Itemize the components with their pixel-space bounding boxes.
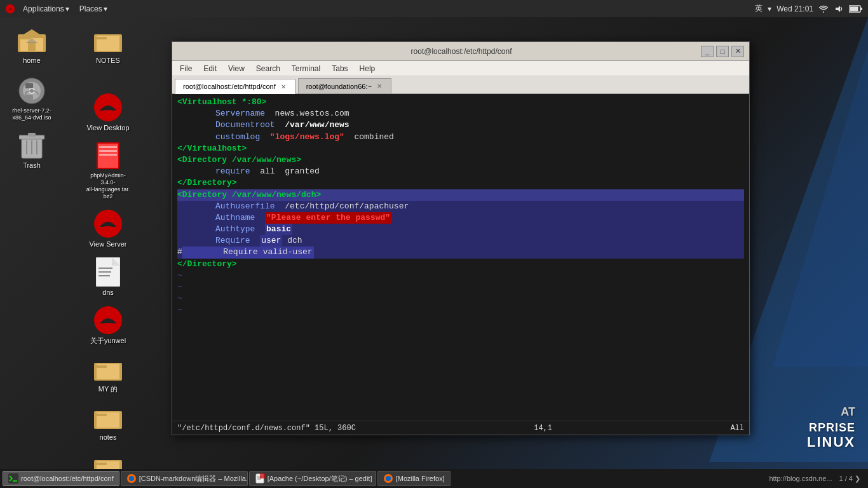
places-menu[interactable]: Places ▾ bbox=[76, 3, 111, 15]
desktop-icon-view-server[interactable]: View Server bbox=[83, 206, 133, 251]
language-indicator[interactable]: 英 bbox=[755, 3, 763, 14]
tab1-close[interactable]: ✕ bbox=[280, 83, 287, 90]
tilde-3: ~ bbox=[177, 293, 182, 304]
tilde-2: ~ bbox=[177, 281, 182, 293]
code-text-4b bbox=[260, 132, 270, 143]
code-text-2a: Servername bbox=[215, 108, 265, 119]
tilde-1: ~ bbox=[177, 270, 182, 281]
desktop-icons-col2: NOTES View Desktop bbox=[83, 22, 133, 488]
code-text-6: <Directory /var/www/news> bbox=[177, 154, 301, 166]
svg-rect-48 bbox=[94, 414, 107, 416]
code-text-14b: Require valid-user bbox=[182, 247, 314, 258]
notes-folder-label: NOTES bbox=[96, 57, 120, 65]
rhel-brand-linux: LINUX bbox=[807, 434, 855, 450]
close-button[interactable]: ✕ bbox=[731, 46, 744, 57]
svg-rect-10 bbox=[28, 42, 36, 51]
code-text-5: </Virtualhost> bbox=[177, 143, 247, 154]
svg-rect-52 bbox=[8, 473, 18, 484]
desktop-icon-phpmyadmin[interactable]: phpMyAdmin-3.4.0-all-languages.tar.bz2 bbox=[83, 138, 133, 202]
taskbar-item-gedit[interactable]: [Apache (~/Desktop/笔记) – gedit] bbox=[249, 471, 376, 486]
desktop-icon-trash[interactable]: Trash bbox=[6, 127, 57, 172]
svg-point-62 bbox=[386, 476, 391, 481]
code-line-14: # Require valid-user bbox=[177, 247, 744, 258]
menu-search[interactable]: Search bbox=[251, 63, 285, 74]
notes2-folder-icon bbox=[93, 402, 123, 432]
menu-terminal[interactable]: Terminal bbox=[287, 63, 325, 74]
notes2-label: notes bbox=[100, 433, 117, 442]
code-text-4a: customlog bbox=[215, 132, 260, 143]
tab1-label: root@localhost:/etc/httpd/conf bbox=[183, 83, 276, 90]
rhel-branding: AT RPRISE LINUX bbox=[747, 403, 862, 450]
taskbar-csdn-label: [CSDN-markdown编辑器 – Mozilla... bbox=[139, 474, 248, 484]
phpmyadmin-archive-icon bbox=[93, 140, 123, 171]
desktop-icon-my-folder[interactable]: MY 的 bbox=[83, 351, 133, 396]
desktop-icon-dns[interactable]: dns bbox=[83, 254, 133, 299]
desktop-icon-notes2[interactable]: notes bbox=[83, 399, 133, 444]
svg-rect-45 bbox=[94, 365, 107, 368]
applications-menu[interactable]: Applications ▾ bbox=[19, 3, 73, 15]
taskbar-item-csdn[interactable]: [CSDN-markdown编辑器 – Mozilla... bbox=[121, 471, 248, 486]
taskbar-url-text: http://blog.csdn.ne... bbox=[769, 475, 832, 482]
code-line-13: Require user dch bbox=[177, 235, 744, 247]
about-yunwei-icon bbox=[93, 305, 123, 336]
wifi-icon bbox=[818, 4, 829, 14]
taskbar-item-terminal[interactable]: root@localhost:/etc/httpd/conf bbox=[3, 471, 119, 486]
menu-edit[interactable]: Edit bbox=[198, 63, 222, 74]
svg-rect-17 bbox=[25, 83, 33, 88]
svg-rect-33 bbox=[99, 154, 117, 156]
code-line-4: customlog "logs/news.log" combined bbox=[177, 132, 744, 143]
view-desktop-icon bbox=[93, 92, 123, 123]
desktop-icon-home[interactable]: home bbox=[6, 22, 57, 67]
code-line-12: Authtype basic bbox=[177, 224, 744, 235]
desktop-icon-about-yunwei[interactable]: 关于yunwei bbox=[83, 302, 133, 348]
taskbar-item-firefox[interactable]: [Mozilla Firefox] bbox=[377, 471, 451, 486]
sound-icon bbox=[834, 4, 844, 14]
code-text-10a: Authuserfile bbox=[215, 201, 275, 212]
view-server-icon bbox=[93, 208, 123, 239]
taskbar-firefox-icon-2 bbox=[383, 473, 393, 484]
desktop-icon-dvd[interactable]: rhel-server-7.2-x86_64-dvd.iso bbox=[6, 73, 57, 124]
terminal-menubar: File Edit View Search Terminal Tabs Help bbox=[172, 61, 749, 76]
home-icon-label: home bbox=[23, 57, 41, 65]
taskbar-terminal-label: root@localhost:/etc/httpd/conf bbox=[21, 475, 114, 482]
phpmyadmin-label: phpMyAdmin-3.4.0-all-languages.tar.bz2 bbox=[85, 172, 131, 200]
code-text-13d: dch bbox=[282, 235, 302, 247]
code-line-7: require all granted bbox=[177, 166, 744, 177]
code-text-11a: Authname bbox=[215, 212, 255, 224]
menu-help[interactable]: Help bbox=[355, 63, 381, 74]
statusbar-middle: 14,1 bbox=[534, 424, 552, 433]
panel-right: 英 ▾ Wed 21:01 bbox=[755, 3, 863, 14]
about-yunwei-label: 关于yunwei bbox=[90, 337, 126, 345]
desktop-icon-view-desktop[interactable]: View Desktop bbox=[83, 90, 133, 135]
menu-tabs[interactable]: Tabs bbox=[327, 63, 353, 74]
taskbar-firefox-icon-1 bbox=[126, 473, 137, 484]
code-text-8: </Directory> bbox=[177, 177, 237, 189]
terminal-body[interactable]: <Virtualhost *:80> Servername news.westo… bbox=[172, 94, 749, 421]
code-line-11: Authname "Please enter the passwd" bbox=[177, 212, 744, 224]
code-line-tilde-2: ~ bbox=[177, 281, 744, 293]
code-line-9: <Directory /var/www/news/dch> bbox=[177, 189, 744, 201]
tab2-close[interactable]: ✕ bbox=[376, 83, 383, 90]
terminal-content[interactable]: <Virtualhost *:80> Servername news.westo… bbox=[172, 94, 749, 421]
desktop-icon-notes[interactable]: NOTES bbox=[83, 22, 133, 67]
tilde-4: ~ bbox=[177, 304, 182, 316]
svg-rect-5 bbox=[850, 6, 858, 11]
terminal-tab-1[interactable]: root@localhost:/etc/httpd/conf ✕ bbox=[175, 79, 295, 94]
maximize-button[interactable]: □ bbox=[716, 46, 729, 57]
minimize-button[interactable]: _ bbox=[701, 46, 714, 57]
menu-file[interactable]: File bbox=[175, 63, 197, 74]
code-text-12b bbox=[255, 224, 265, 235]
code-text-7a: require bbox=[215, 166, 250, 177]
terminal-titlebar: root@localhost:/etc/httpd/conf _ □ ✕ bbox=[172, 42, 749, 61]
my-folder-icon bbox=[93, 353, 123, 384]
menu-view[interactable]: View bbox=[223, 63, 250, 74]
code-line-15: </Directory> bbox=[177, 259, 744, 270]
terminal-tab-2[interactable]: root@foundation66:~ ✕ bbox=[298, 78, 391, 93]
rhel-deco-triangle2 bbox=[773, 49, 868, 367]
terminal-window: root@localhost:/etc/httpd/conf _ □ ✕ Fil… bbox=[172, 41, 750, 435]
svg-rect-32 bbox=[99, 150, 117, 152]
svg-rect-51 bbox=[94, 463, 107, 465]
code-line-10: Authuserfile /etc/httpd/conf/apachuser bbox=[177, 201, 744, 212]
code-text-9: <Directory /var/www/news/dch> bbox=[177, 189, 321, 201]
svg-rect-26 bbox=[94, 37, 107, 39]
